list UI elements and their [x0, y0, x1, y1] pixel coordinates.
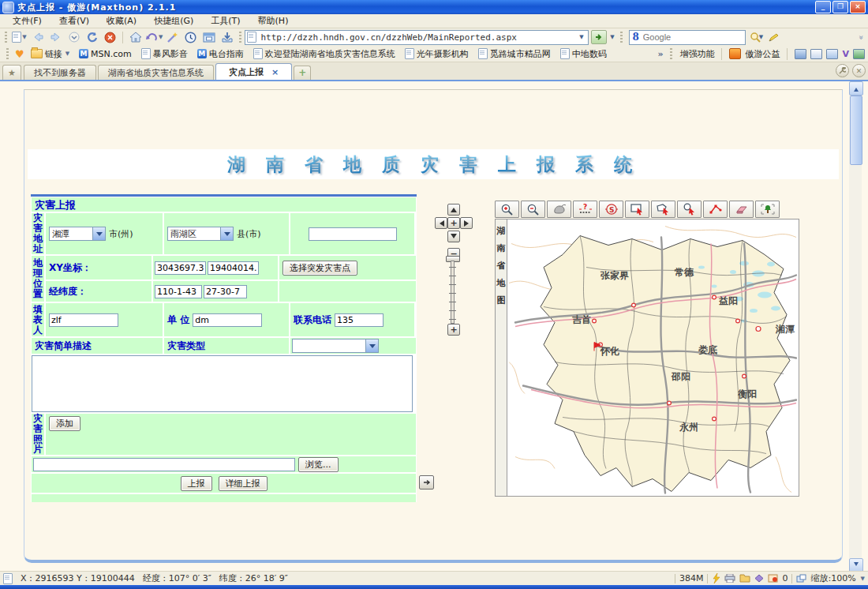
reporter-name-input[interactable]: [49, 313, 118, 327]
history-dropdown-button[interactable]: [65, 30, 82, 45]
bookmark-links-folder[interactable]: 链接 ▼: [28, 47, 73, 61]
photo-file-input[interactable]: [33, 458, 295, 471]
draw-line-tool[interactable]: [703, 201, 728, 218]
proxy-icon[interactable]: [795, 49, 806, 59]
charity-label[interactable]: 傲游公益: [745, 48, 780, 60]
popup-blocker-icon[interactable]: [768, 574, 778, 583]
new-tab-button[interactable]: ▼: [11, 30, 28, 45]
x-coordinate-input[interactable]: [155, 261, 206, 275]
full-extent-tool[interactable]: [755, 201, 780, 218]
toolbar-overflow-chevron-icon[interactable]: »: [856, 32, 865, 43]
go-button[interactable]: [591, 30, 607, 44]
chevron-down-icon[interactable]: [365, 340, 378, 352]
folder-icon[interactable]: [739, 574, 750, 583]
latitude-input[interactable]: [204, 285, 247, 298]
menu-favorites[interactable]: 收藏(A): [99, 14, 144, 28]
bookmark-msn[interactable]: M MSN.com: [76, 48, 135, 60]
address-dropdown-icon[interactable]: ▼: [576, 32, 586, 43]
bookmark-hunan-geo[interactable]: 欢迎登陆湖南省地质灾害信息系统: [250, 47, 398, 61]
undo-button[interactable]: ▼: [145, 30, 163, 45]
toolbar-grip[interactable]: [670, 48, 672, 60]
search-input[interactable]: [642, 32, 757, 43]
toolbar-grip[interactable]: [239, 32, 241, 43]
scroll-up-button[interactable]: [849, 81, 863, 96]
city-select[interactable]: 湘潭: [49, 227, 106, 241]
pan-center-button[interactable]: +: [447, 217, 460, 229]
tab-close-icon[interactable]: ×: [271, 67, 279, 77]
y-coordinate-input[interactable]: [208, 261, 259, 275]
window-icon[interactable]: [810, 49, 822, 59]
magic-wand-button[interactable]: [164, 30, 181, 45]
pan-down-button[interactable]: [447, 231, 460, 242]
bookmark-zhongdi[interactable]: 中地数码: [557, 47, 610, 61]
add-photo-button[interactable]: 添加: [49, 416, 80, 431]
bookmark-radio[interactable]: M 电台指南: [194, 47, 247, 61]
zoom-in-plus-button[interactable]: +: [447, 324, 460, 336]
pick-disaster-point-button[interactable]: 选择突发灾害点: [282, 261, 357, 276]
highlight-button[interactable]: [765, 30, 781, 45]
zoom-resize-icon[interactable]: [796, 574, 806, 583]
phone-input[interactable]: [335, 313, 383, 327]
plugin-bar-label[interactable]: 增强功能: [679, 48, 714, 60]
zoom-slider-track[interactable]: [451, 261, 455, 324]
minimize-button[interactable]: _: [815, 1, 831, 13]
stop-button[interactable]: [102, 30, 118, 45]
zoom-out-tool[interactable]: [521, 201, 545, 218]
bookmark-city[interactable]: 觅路城市精品网: [475, 47, 554, 61]
maximize-button[interactable]: ❐: [832, 1, 848, 13]
tool-plugin-icon[interactable]: [853, 49, 865, 59]
point-select-tool[interactable]: [677, 201, 702, 218]
tab-hunan-geo-system[interactable]: 湖南省地质灾害信息系统: [98, 65, 214, 80]
county-select[interactable]: 雨湖区: [167, 227, 234, 241]
toolbar-grip[interactable]: [620, 32, 623, 43]
chevron-down-icon[interactable]: [220, 227, 233, 240]
link-manager-button[interactable]: [200, 30, 217, 45]
polygon-select-tool[interactable]: [651, 201, 675, 218]
menu-file[interactable]: 文件(F): [5, 14, 50, 28]
zoom-dropdown-icon[interactable]: ▼: [861, 576, 865, 582]
clear-eraser-tool[interactable]: [729, 201, 754, 218]
page-zoom-level[interactable]: 缩放:100%: [810, 572, 855, 584]
search-engine-icon[interactable]: 8: [632, 32, 638, 43]
pan-up-button[interactable]: [447, 204, 460, 216]
home-button[interactable]: [127, 30, 144, 45]
description-textarea[interactable]: [32, 355, 413, 412]
chevron-down-icon[interactable]: [92, 227, 105, 240]
boost-lightning-icon[interactable]: [712, 573, 720, 583]
menu-groups[interactable]: 快捷组(G): [146, 14, 201, 28]
map-side-title[interactable]: 湖南省地图: [496, 219, 507, 496]
download-button[interactable]: [219, 30, 235, 45]
book-icon[interactable]: [754, 574, 764, 583]
tab-close-all-icon[interactable]: ✕: [852, 64, 866, 77]
rect-select-tool[interactable]: [625, 201, 649, 218]
menu-view[interactable]: 查看(V): [51, 14, 97, 28]
scroll-down-button[interactable]: [849, 558, 863, 571]
tab-disaster-report[interactable]: 灾点上报 ×: [215, 63, 292, 80]
notes-icon[interactable]: [826, 49, 838, 59]
panel-collapse-button[interactable]: [419, 475, 434, 490]
search-go-button[interactable]: [746, 30, 763, 45]
menu-tools[interactable]: 工具(T): [203, 14, 248, 28]
bookmarks-overflow-chevron[interactable]: »: [657, 49, 663, 59]
zoom-in-tool[interactable]: [495, 201, 519, 218]
unit-input[interactable]: [193, 313, 262, 327]
refresh-button[interactable]: [84, 30, 100, 45]
pan-tool[interactable]: [547, 201, 571, 218]
vertical-scrollbar[interactable]: [849, 81, 862, 571]
disaster-type-select[interactable]: [292, 339, 379, 353]
favorites-heart-icon[interactable]: ♥: [15, 48, 24, 60]
pan-right-button[interactable]: [460, 217, 473, 229]
tab-server-not-found[interactable]: 找不到服务器: [24, 65, 96, 80]
pan-left-button[interactable]: [435, 217, 447, 229]
tab-list-star-icon[interactable]: ★: [2, 65, 21, 80]
back-button[interactable]: [29, 30, 46, 45]
title-bar[interactable]: 灾点上报 - 傲游(Maxthon) 2.1.1 _ ❐ ×: [0, 0, 868, 14]
address-bar[interactable]: ▼: [245, 30, 589, 45]
printer-icon[interactable]: [724, 574, 735, 583]
v-plugin-icon[interactable]: V: [842, 49, 849, 59]
go-dropdown-icon[interactable]: ▼: [607, 32, 617, 43]
tab-settings-wrench-icon[interactable]: [836, 64, 849, 77]
browse-button[interactable]: 浏览...: [298, 457, 339, 472]
hunan-map[interactable]: 张家界 常德 益阳 湘潭 吉首 怀化 娄底 邵阳 衡阳 永州: [507, 219, 799, 496]
scrollbar-thumb[interactable]: [850, 96, 862, 165]
